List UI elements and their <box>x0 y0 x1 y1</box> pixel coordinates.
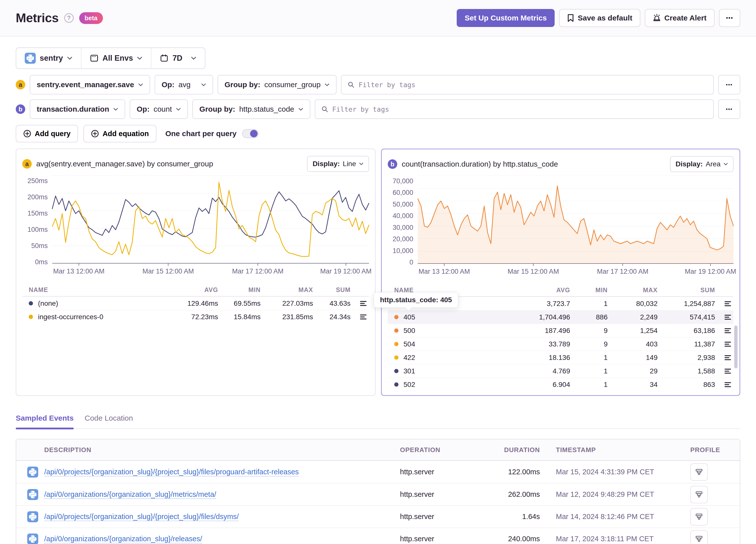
tag-filter-input-a[interactable] <box>359 81 707 89</box>
event-operation: http.server <box>400 513 475 521</box>
event-description-link[interactable]: /api/0/projects/{organization_slug}/{pro… <box>44 468 299 476</box>
help-icon[interactable]: ? <box>64 13 74 23</box>
series-dot <box>394 382 398 387</box>
event-duration: 240.00ms <box>475 535 540 543</box>
summary-row-500[interactable]: 500 187.496 9 1,254 63,186 <box>388 324 734 337</box>
groupby-label: Group by: <box>225 80 260 89</box>
query-a-overflow-button[interactable]: ••• <box>718 75 740 94</box>
event-description-link[interactable]: /api/0/organizations/{organization_slug}… <box>44 490 216 498</box>
metric-select-b[interactable]: transaction.duration <box>30 99 125 119</box>
event-row: /api/0/organizations/{organization_slug}… <box>16 483 740 505</box>
flamechart-icon <box>695 468 703 476</box>
summary-row-ingest[interactable]: ingest-occurrences-0 72.23ms 15.84ms 231… <box>22 310 369 323</box>
one-chart-per-query-toggle[interactable] <box>242 129 259 138</box>
row-options-icon[interactable] <box>715 314 734 320</box>
table-scrollbar[interactable] <box>734 325 738 368</box>
event-description-link[interactable]: /api/0/projects/{organization_slug}/{pro… <box>44 513 239 521</box>
metric-select-a[interactable]: sentry.event_manager.save <box>30 75 150 94</box>
date-range-value: 7D <box>172 54 182 63</box>
profile-button[interactable] <box>690 508 708 526</box>
event-operation: http.server <box>400 468 475 476</box>
groupby-select-a[interactable]: Group by: consumer_group <box>218 75 337 94</box>
query-b-overflow-button[interactable]: ••• <box>718 99 740 119</box>
query-row-b: b transaction.duration Op: count Group b… <box>16 99 740 119</box>
groupby-label: Group by: <box>199 105 235 113</box>
chevron-down-icon <box>201 83 206 86</box>
add-query-button[interactable]: Add query <box>16 125 78 142</box>
row-options-icon[interactable] <box>715 341 734 347</box>
chart-a-display-select[interactable]: Display: Line <box>307 156 369 172</box>
tab-code-location[interactable]: Code Location <box>85 414 133 428</box>
event-description-link[interactable]: /api/0/organizations/{organization_slug}… <box>44 535 202 543</box>
area-chart-b <box>418 176 734 264</box>
op-select-b[interactable]: Op: count <box>130 99 188 119</box>
status-code-tooltip: http.status_code: 405 <box>374 292 458 308</box>
row-options-icon[interactable] <box>715 327 734 334</box>
chart-a-plot[interactable] <box>52 176 369 264</box>
sampled-events-table: DESCRIPTION OPERATION DURATION TIMESTAMP… <box>16 439 740 544</box>
chevron-down-icon <box>176 108 181 111</box>
summary-row-none[interactable]: (none) 129.46ms 69.55ms 227.03ms 43.63s <box>22 296 369 310</box>
python-platform-icon <box>27 467 38 478</box>
chart-b-plot[interactable] <box>418 176 734 264</box>
summary-row-504[interactable]: 504 33.789 9 403 11,387 <box>388 337 734 351</box>
bookmark-icon <box>567 14 574 22</box>
save-as-default-button[interactable]: Save as default <box>559 9 640 27</box>
display-label: Display: <box>676 160 703 168</box>
groupby-value: http.status_code <box>239 105 294 113</box>
chevron-down-icon <box>191 56 196 60</box>
row-options-icon[interactable] <box>715 354 734 361</box>
series-dot <box>394 328 398 333</box>
chart-b-display-select[interactable]: Display: Area <box>670 156 734 172</box>
summary-row-502[interactable]: 502 6.904 1 34 863 <box>388 378 734 391</box>
display-value: Line <box>343 160 356 168</box>
environment-selector[interactable]: All Envs <box>81 48 151 68</box>
metric-name: transaction.duration <box>37 105 109 113</box>
profile-button[interactable] <box>690 463 708 481</box>
python-platform-icon <box>27 511 38 522</box>
event-duration: 262.00ms <box>475 490 540 499</box>
add-equation-label: Add equation <box>102 130 149 138</box>
summary-row-301[interactable]: 301 4.769 1 29 1,588 <box>388 364 734 378</box>
header-overflow-button[interactable]: ••• <box>719 9 740 27</box>
metric-name: sentry.event_manager.save <box>37 80 134 89</box>
search-icon <box>321 106 328 113</box>
summary-row-422[interactable]: 422 18.136 1 149 2,938 <box>388 351 734 364</box>
series-dot <box>394 369 398 373</box>
date-range-selector[interactable]: 7D <box>151 48 205 68</box>
page-filter-bar: sentry All Envs 7D <box>16 47 205 69</box>
save-as-default-label: Save as default <box>578 14 632 22</box>
create-alert-button[interactable]: Create Alert <box>645 9 715 27</box>
row-options-icon[interactable] <box>715 368 734 374</box>
chevron-down-icon <box>325 83 330 86</box>
query-badge-b[interactable]: b <box>16 104 25 114</box>
tooltip-text: http.status_code: 405 <box>380 296 452 304</box>
row-options-icon[interactable] <box>351 300 369 307</box>
row-options-icon[interactable] <box>715 381 734 388</box>
chevron-down-icon <box>298 108 303 111</box>
query-row-a: a sentry.event_manager.save Op: avg Grou… <box>16 75 740 94</box>
row-options-icon[interactable] <box>715 300 734 307</box>
setup-custom-metrics-label: Set Up Custom Metrics <box>465 14 547 22</box>
setup-custom-metrics-button[interactable]: Set Up Custom Metrics <box>457 9 555 27</box>
series-dot <box>394 342 398 346</box>
chart-b-badge: b <box>388 159 397 169</box>
query-badge-a[interactable]: a <box>16 80 25 89</box>
chart-panel-a: a avg(sentry.event_manager.save) by cons… <box>16 149 376 396</box>
groupby-select-b[interactable]: Group by: http.status_code <box>192 99 310 119</box>
one-chart-per-query-label: One chart per query <box>165 129 237 138</box>
op-select-a[interactable]: Op: avg <box>155 75 213 94</box>
series-dot <box>394 355 398 360</box>
tab-sampled-events[interactable]: Sampled Events <box>16 414 74 428</box>
line-chart-a <box>52 176 369 264</box>
chevron-down-icon <box>359 162 364 165</box>
profile-button[interactable] <box>690 530 708 544</box>
profile-button[interactable] <box>690 486 708 503</box>
add-equation-button[interactable]: Add equation <box>83 125 156 142</box>
detail-tabs: Sampled Events Code Location <box>16 414 740 429</box>
environment-value: All Envs <box>102 54 133 63</box>
tag-filter-input-b[interactable] <box>332 105 707 113</box>
row-options-icon[interactable] <box>351 314 369 320</box>
project-selector[interactable]: sentry <box>16 48 81 68</box>
summary-row-405[interactable]: 405 1,704.496 886 2,249 574,415 <box>388 310 734 324</box>
